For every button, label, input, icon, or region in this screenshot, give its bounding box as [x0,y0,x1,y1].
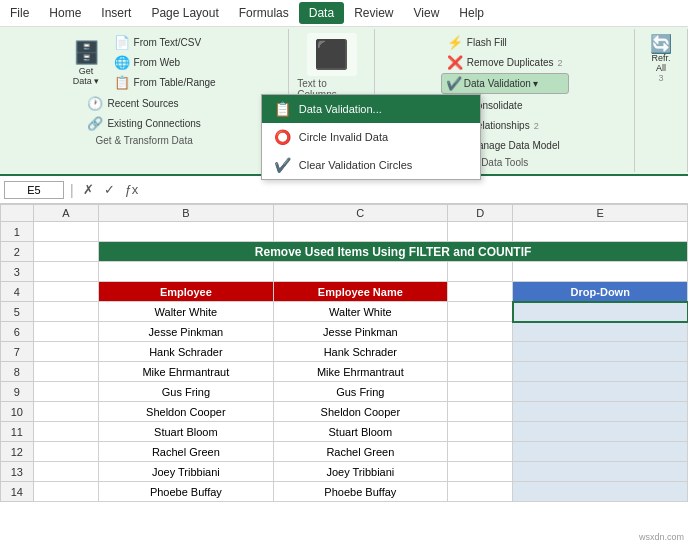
cell-c1[interactable] [273,222,447,242]
cell-d10[interactable] [448,402,513,422]
col-header-b[interactable]: B [99,205,273,222]
cell-d7[interactable] [448,342,513,362]
cell-e13[interactable] [513,462,688,482]
cell-e4-dropdown[interactable]: Drop-Down [513,282,688,302]
cell-b7[interactable]: Hank Schrader [99,342,273,362]
formula-input[interactable] [145,181,684,199]
cell-a6[interactable] [33,322,98,342]
row-header-11[interactable]: 11 [1,422,34,442]
dropdown-item-circle-invalid[interactable]: ⭕ Circle Invalid Data [262,123,480,151]
cell-c8[interactable]: Mike Ehrmantraut [273,362,447,382]
menu-page-layout[interactable]: Page Layout [141,2,228,24]
col-header-d[interactable]: D [448,205,513,222]
remove-duplicates-button[interactable]: ❌ Remove Duplicates 2 [441,53,569,72]
row-header-5[interactable]: 5 [1,302,34,322]
row-header-14[interactable]: 14 [1,482,34,502]
menu-home[interactable]: Home [39,2,91,24]
row-header-8[interactable]: 8 [1,362,34,382]
cell-d4[interactable] [448,282,513,302]
col-header-a[interactable]: A [33,205,98,222]
cell-a12[interactable] [33,442,98,462]
cell-d9[interactable] [448,382,513,402]
text-to-columns-button[interactable]: ⬛ [307,33,357,76]
cell-c12[interactable]: Rachel Green [273,442,447,462]
cell-d12[interactable] [448,442,513,462]
menu-review[interactable]: Review [344,2,403,24]
row-header-6[interactable]: 6 [1,322,34,342]
cell-e9[interactable] [513,382,688,402]
cell-c10[interactable]: Sheldon Cooper [273,402,447,422]
cell-a7[interactable] [33,342,98,362]
cell-a2[interactable] [33,242,98,262]
recent-sources-button[interactable]: 🕐 Recent Sources [81,94,206,113]
from-table-button[interactable]: 📋 From Table/Range [108,73,222,92]
cell-c7[interactable]: Hank Schrader [273,342,447,362]
name-box[interactable] [4,181,64,199]
cell-c5[interactable]: Walter White [273,302,447,322]
refresh-all-button[interactable]: 🔄 Refr.All 3 [643,33,679,85]
flash-fill-button[interactable]: ⚡ Flash Fill [441,33,569,52]
cell-a1[interactable] [33,222,98,242]
data-validation-button[interactable]: ✔️ Data Validation ▾ [441,73,569,94]
menu-insert[interactable]: Insert [91,2,141,24]
cell-a10[interactable] [33,402,98,422]
cell-b10[interactable]: Sheldon Cooper [99,402,273,422]
get-data-button[interactable]: 🗄️ Get Data ▾ [67,36,106,90]
row-header-13[interactable]: 13 [1,462,34,482]
cell-b1[interactable] [99,222,273,242]
menu-data[interactable]: Data [299,2,344,24]
cell-c14[interactable]: Phoebe Buffay [273,482,447,502]
cell-b6[interactable]: Jesse Pinkman [99,322,273,342]
dropdown-item-data-validation[interactable]: 📋 Data Validation... [262,95,480,123]
cell-e12[interactable] [513,442,688,462]
cell-d14[interactable] [448,482,513,502]
menu-view[interactable]: View [404,2,450,24]
cell-b4-employee[interactable]: Employee [99,282,273,302]
cell-d1[interactable] [448,222,513,242]
cell-e3[interactable] [513,262,688,282]
cell-d3[interactable] [448,262,513,282]
col-header-corner[interactable] [1,205,34,222]
cell-d5[interactable] [448,302,513,322]
cell-d11[interactable] [448,422,513,442]
from-web-button[interactable]: 🌐 From Web [108,53,222,72]
cell-b12[interactable]: Rachel Green [99,442,273,462]
menu-help[interactable]: Help [449,2,494,24]
row-header-3[interactable]: 3 [1,262,34,282]
insert-function-icon[interactable]: ƒx [122,182,142,197]
cell-a14[interactable] [33,482,98,502]
cell-e8[interactable] [513,362,688,382]
title-cell[interactable]: Remove Used Items Using FILTER and COUNT… [99,242,688,262]
cell-d8[interactable] [448,362,513,382]
cell-a9[interactable] [33,382,98,402]
cell-a4[interactable] [33,282,98,302]
menu-file[interactable]: File [0,2,39,24]
row-header-7[interactable]: 7 [1,342,34,362]
cell-a3[interactable] [33,262,98,282]
cell-e1[interactable] [513,222,688,242]
cell-a11[interactable] [33,422,98,442]
cell-c4-empname[interactable]: Employee Name [273,282,447,302]
cell-e7[interactable] [513,342,688,362]
row-header-12[interactable]: 12 [1,442,34,462]
cell-b11[interactable]: Stuart Bloom [99,422,273,442]
cell-d13[interactable] [448,462,513,482]
cell-b3[interactable] [99,262,273,282]
cell-b13[interactable]: Joey Tribbiani [99,462,273,482]
row-header-9[interactable]: 9 [1,382,34,402]
cancel-formula-icon[interactable]: ✗ [80,182,97,197]
cell-c9[interactable]: Gus Fring [273,382,447,402]
cell-c11[interactable]: Stuart Bloom [273,422,447,442]
cell-a5[interactable] [33,302,98,322]
cell-c13[interactable]: Joey Tribbiani [273,462,447,482]
cell-e10[interactable] [513,402,688,422]
cell-a13[interactable] [33,462,98,482]
cell-b9[interactable]: Gus Fring [99,382,273,402]
cell-b5[interactable]: Walter White [99,302,273,322]
row-header-2[interactable]: 2 [1,242,34,262]
cell-e5[interactable] [513,302,688,322]
cell-c6[interactable]: Jesse Pinkman [273,322,447,342]
cell-a8[interactable] [33,362,98,382]
row-header-10[interactable]: 10 [1,402,34,422]
menu-formulas[interactable]: Formulas [229,2,299,24]
